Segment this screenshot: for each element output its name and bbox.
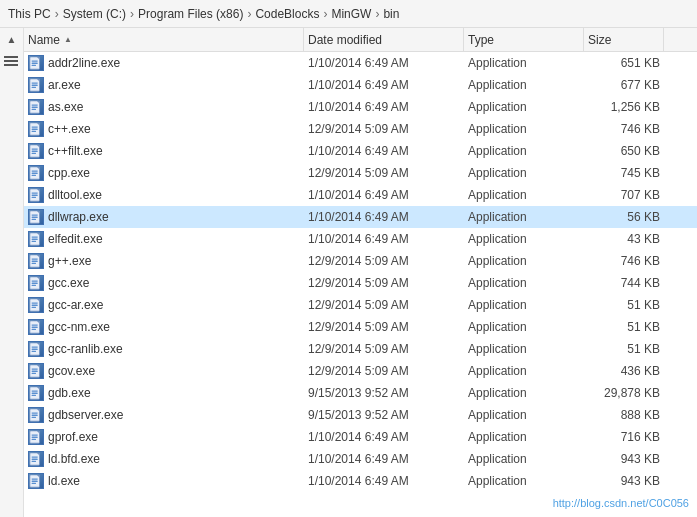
- table-row[interactable]: ld.bfd.exe 1/10/2014 6:49 AM Application…: [24, 448, 697, 470]
- svg-rect-69: [32, 351, 36, 352]
- exe-icon: [28, 341, 44, 357]
- breadcrumb-bar: This PC › System (C:) › Program Files (x…: [0, 0, 697, 28]
- svg-rect-44: [32, 241, 36, 242]
- table-row[interactable]: dlltool.exe 1/10/2014 6:49 AM Applicatio…: [24, 184, 697, 206]
- table-row[interactable]: gcc-ar.exe 12/9/2014 5:09 AM Application…: [24, 294, 697, 316]
- col-header-size[interactable]: Size: [584, 28, 664, 51]
- file-date: 1/10/2014 6:49 AM: [304, 452, 464, 466]
- breadcrumb-bin[interactable]: bin: [383, 7, 399, 21]
- table-row[interactable]: gdb.exe 9/15/2013 9:52 AM Application 29…: [24, 382, 697, 404]
- file-date: 1/10/2014 6:49 AM: [304, 78, 464, 92]
- svg-rect-34: [32, 197, 36, 198]
- table-row[interactable]: ar.exe 1/10/2014 6:49 AM Application 677…: [24, 74, 697, 96]
- file-size: 51 KB: [584, 298, 664, 312]
- breadcrumb-this-pc[interactable]: This PC: [8, 7, 51, 21]
- exe-icon: [28, 209, 44, 225]
- svg-rect-92: [32, 456, 38, 457]
- svg-rect-32: [32, 192, 38, 193]
- file-size: 943 KB: [584, 474, 664, 488]
- file-name: gcc.exe: [48, 276, 89, 290]
- exe-icon: [28, 253, 44, 269]
- file-date: 12/9/2014 5:09 AM: [304, 122, 464, 136]
- file-name-cell: gdb.exe: [24, 385, 304, 401]
- table-row[interactable]: c++.exe 12/9/2014 5:09 AM Application 74…: [24, 118, 697, 140]
- file-name-cell: ld.bfd.exe: [24, 451, 304, 467]
- table-row[interactable]: gprof.exe 1/10/2014 6:49 AM Application …: [24, 426, 697, 448]
- file-type: Application: [464, 430, 584, 444]
- svg-rect-98: [32, 481, 38, 482]
- file-name-cell: c++.exe: [24, 121, 304, 137]
- file-name: dlltool.exe: [48, 188, 102, 202]
- table-row[interactable]: gcc-ranlib.exe 12/9/2014 5:09 AM Applica…: [24, 338, 697, 360]
- col-header-date[interactable]: Date modified: [304, 28, 464, 51]
- svg-rect-29: [32, 175, 36, 176]
- breadcrumb-program-files[interactable]: Program Files (x86): [138, 7, 243, 21]
- file-date: 12/9/2014 5:09 AM: [304, 364, 464, 378]
- breadcrumb-system-c[interactable]: System (C:): [63, 7, 126, 21]
- col-type-label: Type: [468, 33, 494, 47]
- svg-rect-3: [32, 63, 38, 64]
- exe-icon: [28, 429, 44, 445]
- file-name-cell: cpp.exe: [24, 165, 304, 181]
- table-row[interactable]: gcc-nm.exe 12/9/2014 5:09 AM Application…: [24, 316, 697, 338]
- svg-rect-59: [32, 307, 36, 308]
- table-row[interactable]: addr2line.exe 1/10/2014 6:49 AM Applicat…: [24, 52, 697, 74]
- file-name-cell: g++.exe: [24, 253, 304, 269]
- file-name-cell: gcov.exe: [24, 363, 304, 379]
- svg-rect-99: [32, 483, 36, 484]
- svg-rect-17: [32, 126, 38, 127]
- svg-rect-13: [32, 107, 38, 108]
- table-row[interactable]: gdbserver.exe 9/15/2013 9:52 AM Applicat…: [24, 404, 697, 426]
- exe-icon: [28, 385, 44, 401]
- col-size-label: Size: [588, 33, 611, 47]
- exe-icon: [28, 121, 44, 137]
- file-date: 1/10/2014 6:49 AM: [304, 210, 464, 224]
- col-header-name[interactable]: Name ▲: [24, 28, 304, 51]
- file-size: 746 KB: [584, 254, 664, 268]
- exe-icon: [28, 187, 44, 203]
- svg-rect-74: [32, 373, 36, 374]
- file-name-cell: gcc-ar.exe: [24, 297, 304, 313]
- file-name-cell: dllwrap.exe: [24, 209, 304, 225]
- file-name-cell: dlltool.exe: [24, 187, 304, 203]
- up-arrow[interactable]: ▲: [5, 32, 19, 47]
- table-row[interactable]: dllwrap.exe 1/10/2014 6:49 AM Applicatio…: [24, 206, 697, 228]
- watermark: http://blog.csdn.net/C0C056: [553, 497, 689, 509]
- table-row[interactable]: gcov.exe 12/9/2014 5:09 AM Application 4…: [24, 360, 697, 382]
- file-date: 1/10/2014 6:49 AM: [304, 144, 464, 158]
- file-type: Application: [464, 452, 584, 466]
- file-date: 12/9/2014 5:09 AM: [304, 320, 464, 334]
- table-row[interactable]: elfedit.exe 1/10/2014 6:49 AM Applicatio…: [24, 228, 697, 250]
- file-name: gcov.exe: [48, 364, 95, 378]
- col-header-type[interactable]: Type: [464, 28, 584, 51]
- table-row[interactable]: as.exe 1/10/2014 6:49 AM Application 1,2…: [24, 96, 697, 118]
- file-type: Application: [464, 364, 584, 378]
- table-row[interactable]: ld.exe 1/10/2014 6:49 AM Application 943…: [24, 470, 697, 492]
- svg-rect-97: [32, 478, 38, 479]
- file-size: 51 KB: [584, 342, 664, 356]
- svg-rect-58: [32, 305, 38, 306]
- svg-rect-33: [32, 195, 38, 196]
- file-name: gprof.exe: [48, 430, 98, 444]
- exe-icon: [28, 99, 44, 115]
- table-row[interactable]: gcc.exe 12/9/2014 5:09 AM Application 74…: [24, 272, 697, 294]
- exe-icon: [28, 319, 44, 335]
- file-size: 650 KB: [584, 144, 664, 158]
- svg-rect-62: [32, 324, 38, 325]
- table-row[interactable]: cpp.exe 12/9/2014 5:09 AM Application 74…: [24, 162, 697, 184]
- quick-access-icon[interactable]: [4, 53, 20, 69]
- breadcrumb-mingw[interactable]: MinGW: [331, 7, 371, 21]
- table-row[interactable]: c++filt.exe 1/10/2014 6:49 AM Applicatio…: [24, 140, 697, 162]
- table-row[interactable]: g++.exe 12/9/2014 5:09 AM Application 74…: [24, 250, 697, 272]
- breadcrumb-codeblocks[interactable]: CodeBlocks: [255, 7, 319, 21]
- svg-rect-77: [32, 390, 38, 391]
- file-name: gdbserver.exe: [48, 408, 123, 422]
- file-date: 12/9/2014 5:09 AM: [304, 298, 464, 312]
- file-name: ld.bfd.exe: [48, 452, 100, 466]
- file-name-cell: gprof.exe: [24, 429, 304, 445]
- svg-rect-43: [32, 239, 38, 240]
- exe-icon: [28, 473, 44, 489]
- svg-rect-14: [32, 109, 36, 110]
- file-list: addr2line.exe 1/10/2014 6:49 AM Applicat…: [24, 52, 697, 517]
- svg-rect-38: [32, 217, 38, 218]
